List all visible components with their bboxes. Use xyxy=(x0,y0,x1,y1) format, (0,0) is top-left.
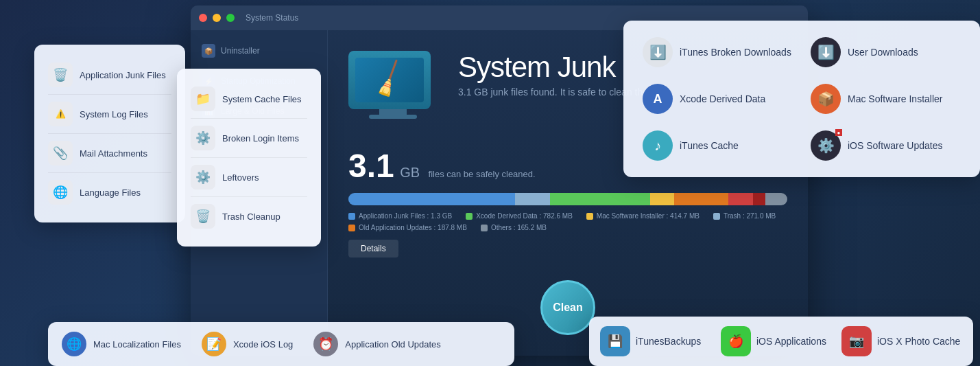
card-item-1[interactable]: ⚠️ System Log Files xyxy=(48,95,171,134)
monitor-base xyxy=(369,115,417,119)
ios-updates-icon: ⚙️ ● xyxy=(811,130,841,161)
sidebar-item-uninstaller[interactable]: 📦 Uninstaller xyxy=(191,36,327,66)
legend-label-5: Others : 165.2 MB xyxy=(491,224,547,231)
bottom-left-label-2: Application Old Updates xyxy=(345,339,440,350)
sidebar-label-uninstaller: Uninstaller xyxy=(221,46,260,56)
legend-item-4: Mac Software Installer : 414.7 MB xyxy=(586,212,700,220)
ios-apps-icon: 🍎 xyxy=(721,326,751,356)
uninstaller-icon: 📦 xyxy=(202,44,215,58)
card-item-3[interactable]: 🌐 Language Files xyxy=(48,173,171,211)
monitor-stand xyxy=(379,109,407,115)
legend-item-1: Trash : 271.0 MB xyxy=(713,212,776,220)
legend-item-0: Application Junk Files : 1.3 GB xyxy=(348,212,452,220)
clean-button[interactable]: Clean xyxy=(540,280,595,335)
card-top-right: ⬇️ iTunes Broken Downloads ⬇️ User Downl… xyxy=(623,21,980,177)
progress-bar xyxy=(348,193,787,205)
legend-label-1: Trash : 271.0 MB xyxy=(724,212,776,220)
bottom-left-label-0: Mac Localization Files xyxy=(93,339,181,350)
top-right-item-5[interactable]: ⚙️ ● iOS Software Updates xyxy=(805,125,966,166)
size-number: 3.1 xyxy=(348,148,394,184)
pb-segment-orange xyxy=(674,193,728,205)
pb-segment-dark-red xyxy=(753,193,766,205)
details-button[interactable]: Details xyxy=(348,240,398,258)
card-bottom-right: 💾 iTunesBackups 🍎 iOS Applications 📷 iOS… xyxy=(589,317,973,366)
lang-files-icon: 🌐 xyxy=(48,180,73,205)
bottom-left-item-1[interactable]: 📝 Xcode iOS Log xyxy=(202,332,293,356)
mac-software-icon: 📦 xyxy=(811,84,841,114)
card-label-0: Application Junk Files xyxy=(80,70,166,80)
user-downloads-icon: ⬇️ xyxy=(811,37,841,67)
bottom-left-item-0[interactable]: 🌐 Mac Localization Files xyxy=(62,332,181,356)
mid-card-label-1: Broken Login Items xyxy=(222,133,299,144)
size-desc: files can be safely cleaned. xyxy=(429,169,536,179)
top-right-item-3[interactable]: 📦 Mac Software Installer xyxy=(805,78,966,119)
mid-card-label-0: System Cache Files xyxy=(222,94,302,104)
traffic-light-yellow[interactable] xyxy=(213,14,221,22)
mid-card-label-3: Trash Cleanup xyxy=(222,211,280,222)
pb-segment-yellow xyxy=(650,193,675,205)
legend-label-0: Application Junk Files : 1.3 GB xyxy=(359,212,452,220)
top-right-item-0[interactable]: ⬇️ iTunes Broken Downloads xyxy=(637,32,798,73)
mid-card-item-3[interactable]: 🗑️ Trash Cleanup xyxy=(191,197,307,236)
legend-item-5: Others : 165.2 MB xyxy=(481,224,547,231)
mid-card-item-0[interactable]: 📁 System Cache Files xyxy=(191,80,307,119)
traffic-light-green[interactable] xyxy=(226,14,235,22)
card-item-0[interactable]: 🗑️ Application Junk Files xyxy=(48,56,171,95)
card-middle: 📁 System Cache Files ⚙️ Broken Login Ite… xyxy=(177,69,321,247)
bottom-left-item-2[interactable]: ⏰ Application Old Updates xyxy=(313,332,440,356)
pb-segment-red xyxy=(728,193,753,205)
legend-dot-3 xyxy=(348,225,355,231)
xcode-ios-log-icon: 📝 xyxy=(202,332,226,356)
card-bottom-left: 🌐 Mac Localization Files 📝 Xcode iOS Log… xyxy=(48,322,514,366)
broken-login-icon: ⚙️ xyxy=(191,126,215,150)
legend-label-4: Mac Software Installer : 414.7 MB xyxy=(597,212,700,220)
size-unit: GB xyxy=(400,165,420,180)
gear-badge-icon: ⚙️ xyxy=(817,137,835,154)
card-item-2[interactable]: 📎 Mail Attachments xyxy=(48,134,171,173)
sys-log-icon: ⚠️ xyxy=(48,102,73,126)
card-label-1: System Log Files xyxy=(80,109,148,119)
itunes-cache-icon: ♪ xyxy=(643,130,673,161)
top-right-label-2: Xcode Derived Data xyxy=(680,93,765,105)
card-label-3: Language Files xyxy=(80,187,141,198)
mid-card-item-1[interactable]: ⚙️ Broken Login Items xyxy=(191,119,307,158)
top-right-label-5: iOS Software Updates xyxy=(848,139,943,152)
mac-localization-icon: 🌐 xyxy=(62,332,86,356)
sys-cache-icon: 📁 xyxy=(191,87,215,111)
top-right-item-2[interactable]: A Xcode Derived Data xyxy=(637,78,798,119)
top-right-item-4[interactable]: ♪ iTunes Cache xyxy=(637,125,798,166)
legend-item-3: Old Application Updates : 187.8 MB xyxy=(348,224,467,231)
pb-segment-gray xyxy=(765,193,787,205)
monitor-screen: 🧹 xyxy=(355,58,424,102)
title-bar-text: System Status xyxy=(246,13,298,23)
monitor-body: 🧹 xyxy=(348,51,431,109)
top-right-label-1: User Downloads xyxy=(848,46,918,58)
legend-dot-2 xyxy=(466,213,473,220)
card-left-main: 🗑️ Application Junk Files ⚠️ System Log … xyxy=(34,45,185,222)
progress-legend: Application Junk Files : 1.3 GB Xcode De… xyxy=(348,212,787,231)
badge-icon: ● xyxy=(835,129,842,136)
legend-dot-4 xyxy=(586,213,593,220)
top-right-label-0: iTunes Broken Downloads xyxy=(680,46,791,58)
pb-segment-green xyxy=(550,193,650,205)
itunes-broken-icon: ⬇️ xyxy=(643,37,673,67)
mid-card-item-2[interactable]: ⚙️ Leftovers xyxy=(191,158,307,197)
app-old-updates-icon: ⏰ xyxy=(313,332,338,356)
legend-dot-1 xyxy=(713,213,720,220)
legend-label-2: Xcode Derived Data : 782.6 MB xyxy=(476,212,573,220)
top-right-label-4: iTunes Cache xyxy=(680,139,739,152)
bottom-right-item-2[interactable]: 📷 iOS X Photo Cache xyxy=(841,326,962,356)
xcode-icon: A xyxy=(643,84,673,114)
bottom-right-label-0: iTunesBackups xyxy=(636,335,701,347)
legend-item-2: Xcode Derived Data : 782.6 MB xyxy=(466,212,573,220)
bottom-right-label-1: iOS Applications xyxy=(756,335,826,347)
squeegee-icon: 🧹 xyxy=(367,58,411,102)
legend-label-3: Old Application Updates : 187.8 MB xyxy=(359,224,467,231)
bottom-right-item-0[interactable]: 💾 iTunesBackups xyxy=(600,326,721,356)
top-right-label-3: Mac Software Installer xyxy=(848,93,943,105)
traffic-light-red[interactable] xyxy=(199,14,207,22)
top-right-item-1[interactable]: ⬇️ User Downloads xyxy=(805,32,966,73)
legend-dot-0 xyxy=(348,213,355,220)
bottom-right-item-1[interactable]: 🍎 iOS Applications xyxy=(721,326,841,356)
app-junk-icon: 🗑️ xyxy=(48,62,73,87)
